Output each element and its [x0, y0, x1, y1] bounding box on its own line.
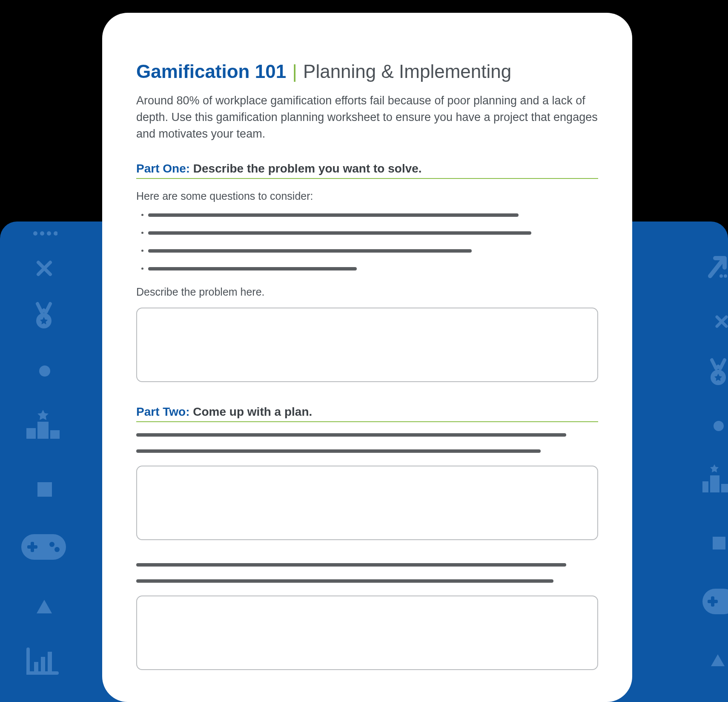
- placeholder-line: [136, 563, 566, 567]
- svg-rect-25: [713, 537, 725, 550]
- worksheet-document: Gamification 101 | Planning & Implementi…: [102, 13, 632, 702]
- close-icon: [715, 315, 728, 328]
- placeholder-line: [148, 249, 472, 253]
- part-one-label: Part One:: [136, 162, 190, 175]
- svg-rect-12: [27, 545, 37, 549]
- plan-paragraph-1: [136, 433, 598, 453]
- svg-point-1: [40, 231, 44, 236]
- bar-chart-icon: [26, 647, 59, 675]
- title-sub: Planning & Implementing: [303, 61, 511, 82]
- gamepad-icon: [21, 534, 66, 560]
- part-two-title: Come up with a plan.: [193, 405, 312, 418]
- problem-field-label: Describe the problem here.: [136, 286, 598, 298]
- svg-rect-8: [50, 430, 60, 439]
- placeholder-line: [136, 433, 566, 437]
- svg-rect-9: [37, 482, 52, 497]
- medal-icon: [708, 358, 728, 388]
- svg-point-14: [54, 547, 60, 552]
- title-separator: |: [291, 61, 298, 82]
- svg-point-18: [719, 274, 723, 278]
- svg-point-19: [724, 274, 727, 278]
- gamepad-icon: [702, 589, 728, 614]
- square-icon: [713, 537, 725, 550]
- svg-point-3: [54, 231, 57, 236]
- circle-icon: [39, 365, 50, 377]
- title-main: Gamification 101: [136, 61, 286, 82]
- placeholder-line: [148, 213, 519, 217]
- part-two-label: Part Two:: [136, 405, 189, 418]
- triangle-icon: [37, 600, 52, 613]
- svg-rect-15: [34, 662, 38, 671]
- svg-point-13: [49, 542, 54, 547]
- list-item: [148, 265, 598, 272]
- dots-icon: [32, 229, 57, 238]
- podium-icon: [702, 463, 728, 493]
- part-one-title: Describe the problem you want to solve.: [193, 162, 422, 175]
- svg-point-21: [714, 421, 724, 431]
- part-one-heading: Part One: Describe the problem you want …: [136, 162, 598, 179]
- part-two-heading: Part Two: Come up with a plan.: [136, 405, 598, 422]
- placeholder-line: [136, 579, 553, 583]
- svg-rect-22: [710, 475, 719, 492]
- circle-icon: [714, 421, 724, 431]
- list-item: [148, 229, 598, 236]
- square-icon: [37, 482, 52, 497]
- medal-icon: [29, 302, 59, 331]
- podium-icon: [24, 409, 62, 439]
- plan-input-1[interactable]: [136, 466, 598, 540]
- svg-rect-17: [48, 652, 52, 671]
- document-title: Gamification 101 | Planning & Implementi…: [136, 60, 598, 83]
- intro-paragraph: Around 80% of workplace gamification eff…: [136, 92, 598, 142]
- svg-point-2: [47, 231, 51, 236]
- svg-rect-7: [26, 428, 36, 439]
- svg-rect-23: [702, 481, 708, 492]
- svg-rect-16: [41, 657, 45, 671]
- placeholder-line: [148, 267, 357, 270]
- list-item: [148, 247, 598, 254]
- consider-intro: Here are some questions to consider:: [136, 190, 598, 202]
- plan-paragraph-2: [136, 563, 598, 583]
- plan-input-2[interactable]: [136, 596, 598, 670]
- svg-point-0: [33, 231, 37, 236]
- svg-point-5: [39, 365, 50, 377]
- close-icon: [36, 260, 53, 277]
- placeholder-line: [136, 449, 541, 453]
- problem-input[interactable]: [136, 308, 598, 382]
- svg-rect-28: [708, 600, 718, 603]
- list-item: [148, 211, 598, 219]
- arrow-up-icon: [707, 254, 728, 279]
- consider-list: [136, 211, 598, 272]
- svg-rect-6: [37, 422, 49, 439]
- triangle-icon: [711, 654, 725, 666]
- svg-rect-24: [721, 484, 728, 492]
- placeholder-line: [148, 231, 531, 235]
